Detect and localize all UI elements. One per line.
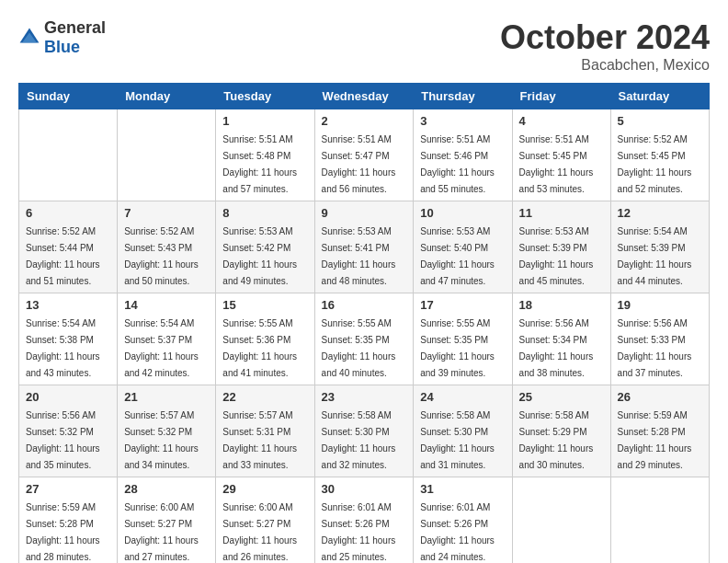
day-info: Sunrise: 5:51 AMSunset: 5:48 PMDaylight:…: [222, 134, 297, 194]
weekday-header: Saturday: [610, 84, 709, 109]
weekday-header: Thursday: [414, 84, 512, 109]
day-info: Sunrise: 5:52 AMSunset: 5:44 PMDaylight:…: [26, 226, 100, 286]
calendar-day-cell: 14 Sunrise: 5:54 AMSunset: 5:37 PMDaylig…: [118, 293, 216, 385]
day-number: 7: [124, 206, 209, 220]
day-info: Sunrise: 5:53 AMSunset: 5:40 PMDaylight:…: [420, 226, 495, 286]
calendar-day-cell: 20 Sunrise: 5:56 AMSunset: 5:32 PMDaylig…: [19, 385, 118, 477]
day-number: 2: [322, 114, 407, 128]
location-title: Bacabchen, Mexico: [500, 57, 710, 74]
day-number: 3: [420, 114, 505, 128]
page-header: General Blue October 2024 Bacabchen, Mex…: [18, 18, 710, 74]
weekday-header: Tuesday: [216, 84, 314, 109]
day-number: 6: [26, 206, 110, 220]
weekday-header: Monday: [118, 84, 216, 109]
calendar-day-cell: 19 Sunrise: 5:56 AMSunset: 5:33 PMDaylig…: [610, 293, 709, 385]
day-number: 18: [519, 298, 604, 312]
month-title: October 2024: [500, 18, 710, 57]
day-info: Sunrise: 5:55 AMSunset: 5:35 PMDaylight:…: [420, 318, 495, 378]
day-info: Sunrise: 5:55 AMSunset: 5:35 PMDaylight:…: [322, 318, 396, 378]
calendar-day-cell: 9 Sunrise: 5:53 AMSunset: 5:41 PMDayligh…: [314, 201, 414, 293]
calendar-day-cell: 17 Sunrise: 5:55 AMSunset: 5:35 PMDaylig…: [414, 293, 512, 385]
day-number: 1: [222, 114, 307, 128]
calendar-day-cell: 12 Sunrise: 5:54 AMSunset: 5:39 PMDaylig…: [610, 201, 709, 293]
day-info: Sunrise: 5:57 AMSunset: 5:31 PMDaylight:…: [222, 410, 297, 470]
day-info: Sunrise: 5:52 AMSunset: 5:43 PMDaylight:…: [124, 226, 199, 286]
logo-text-blue: Blue: [44, 38, 80, 56]
day-number: 13: [26, 298, 110, 312]
day-number: 17: [420, 298, 505, 312]
calendar-day-cell: 21 Sunrise: 5:57 AMSunset: 5:32 PMDaylig…: [118, 385, 216, 477]
day-info: Sunrise: 5:57 AMSunset: 5:32 PMDaylight:…: [124, 410, 199, 470]
calendar-day-cell: 2 Sunrise: 5:51 AMSunset: 5:47 PMDayligh…: [314, 109, 414, 201]
day-info: Sunrise: 5:56 AMSunset: 5:33 PMDaylight:…: [618, 318, 692, 378]
day-number: 31: [420, 482, 505, 496]
calendar-day-cell: 29 Sunrise: 6:00 AMSunset: 5:27 PMDaylig…: [216, 477, 314, 564]
calendar-day-cell: 6 Sunrise: 5:52 AMSunset: 5:44 PMDayligh…: [19, 201, 118, 293]
day-info: Sunrise: 5:54 AMSunset: 5:38 PMDaylight:…: [26, 318, 100, 378]
day-info: Sunrise: 5:51 AMSunset: 5:47 PMDaylight:…: [322, 134, 396, 194]
calendar-day-cell: 23 Sunrise: 5:58 AMSunset: 5:30 PMDaylig…: [314, 385, 414, 477]
day-info: Sunrise: 5:53 AMSunset: 5:41 PMDaylight:…: [322, 226, 396, 286]
day-number: 24: [420, 390, 505, 404]
calendar-day-cell: 22 Sunrise: 5:57 AMSunset: 5:31 PMDaylig…: [216, 385, 314, 477]
calendar-day-cell: 1 Sunrise: 5:51 AMSunset: 5:48 PMDayligh…: [216, 109, 314, 201]
calendar-day-cell: 10 Sunrise: 5:53 AMSunset: 5:40 PMDaylig…: [414, 201, 512, 293]
title-section: October 2024 Bacabchen, Mexico: [500, 18, 710, 74]
day-number: 4: [519, 114, 604, 128]
calendar-day-cell: 3 Sunrise: 5:51 AMSunset: 5:46 PMDayligh…: [414, 109, 512, 201]
calendar-day-cell: 28 Sunrise: 6:00 AMSunset: 5:27 PMDaylig…: [118, 477, 216, 564]
day-number: 12: [618, 206, 702, 220]
calendar-day-cell: 11 Sunrise: 5:53 AMSunset: 5:39 PMDaylig…: [512, 201, 610, 293]
day-info: Sunrise: 5:54 AMSunset: 5:39 PMDaylight:…: [618, 226, 692, 286]
calendar-week-row: 1 Sunrise: 5:51 AMSunset: 5:48 PMDayligh…: [19, 109, 710, 201]
logo-text-general: General: [44, 18, 106, 37]
day-info: Sunrise: 5:58 AMSunset: 5:30 PMDaylight:…: [420, 410, 495, 470]
weekday-header: Friday: [512, 84, 610, 109]
weekday-header: Wednesday: [314, 84, 414, 109]
day-info: Sunrise: 6:00 AMSunset: 5:27 PMDaylight:…: [222, 502, 297, 562]
day-number: 30: [322, 482, 407, 496]
day-info: Sunrise: 5:51 AMSunset: 5:45 PMDaylight:…: [519, 134, 594, 194]
calendar-day-cell: 13 Sunrise: 5:54 AMSunset: 5:38 PMDaylig…: [19, 293, 118, 385]
day-number: 25: [519, 390, 604, 404]
day-info: Sunrise: 5:53 AMSunset: 5:39 PMDaylight:…: [519, 226, 594, 286]
logo: General Blue: [18, 18, 106, 57]
calendar-week-row: 13 Sunrise: 5:54 AMSunset: 5:38 PMDaylig…: [19, 293, 710, 385]
day-number: 15: [222, 298, 307, 312]
logo-icon: [18, 27, 40, 49]
calendar-day-cell: 4 Sunrise: 5:51 AMSunset: 5:45 PMDayligh…: [512, 109, 610, 201]
day-number: 29: [222, 482, 307, 496]
calendar-week-row: 20 Sunrise: 5:56 AMSunset: 5:32 PMDaylig…: [19, 385, 710, 477]
calendar-day-cell: 24 Sunrise: 5:58 AMSunset: 5:30 PMDaylig…: [414, 385, 512, 477]
day-info: Sunrise: 5:52 AMSunset: 5:45 PMDaylight:…: [618, 134, 692, 194]
calendar-header-row: SundayMondayTuesdayWednesdayThursdayFrid…: [19, 84, 710, 109]
calendar-week-row: 27 Sunrise: 5:59 AMSunset: 5:28 PMDaylig…: [19, 477, 710, 564]
day-number: 21: [124, 390, 209, 404]
calendar-day-cell: [512, 477, 610, 564]
day-info: Sunrise: 5:51 AMSunset: 5:46 PMDaylight:…: [420, 134, 495, 194]
day-number: 23: [322, 390, 407, 404]
weekday-header: Sunday: [19, 84, 118, 109]
day-number: 28: [124, 482, 209, 496]
day-number: 11: [519, 206, 604, 220]
day-number: 27: [26, 482, 110, 496]
day-info: Sunrise: 5:58 AMSunset: 5:29 PMDaylight:…: [519, 410, 594, 470]
calendar-day-cell: 16 Sunrise: 5:55 AMSunset: 5:35 PMDaylig…: [314, 293, 414, 385]
day-number: 20: [26, 390, 110, 404]
day-number: 5: [618, 114, 702, 128]
day-number: 10: [420, 206, 505, 220]
day-info: Sunrise: 6:01 AMSunset: 5:26 PMDaylight:…: [420, 502, 495, 562]
day-number: 22: [222, 390, 307, 404]
day-info: Sunrise: 5:54 AMSunset: 5:37 PMDaylight:…: [124, 318, 199, 378]
calendar-day-cell: 25 Sunrise: 5:58 AMSunset: 5:29 PMDaylig…: [512, 385, 610, 477]
calendar-week-row: 6 Sunrise: 5:52 AMSunset: 5:44 PMDayligh…: [19, 201, 710, 293]
calendar-day-cell: 15 Sunrise: 5:55 AMSunset: 5:36 PMDaylig…: [216, 293, 314, 385]
day-info: Sunrise: 6:00 AMSunset: 5:27 PMDaylight:…: [124, 502, 199, 562]
day-info: Sunrise: 5:55 AMSunset: 5:36 PMDaylight:…: [222, 318, 297, 378]
day-number: 9: [322, 206, 407, 220]
day-number: 8: [222, 206, 307, 220]
day-info: Sunrise: 6:01 AMSunset: 5:26 PMDaylight:…: [322, 502, 396, 562]
calendar-day-cell: 26 Sunrise: 5:59 AMSunset: 5:28 PMDaylig…: [610, 385, 709, 477]
day-info: Sunrise: 5:56 AMSunset: 5:34 PMDaylight:…: [519, 318, 594, 378]
calendar-day-cell: 8 Sunrise: 5:53 AMSunset: 5:42 PMDayligh…: [216, 201, 314, 293]
